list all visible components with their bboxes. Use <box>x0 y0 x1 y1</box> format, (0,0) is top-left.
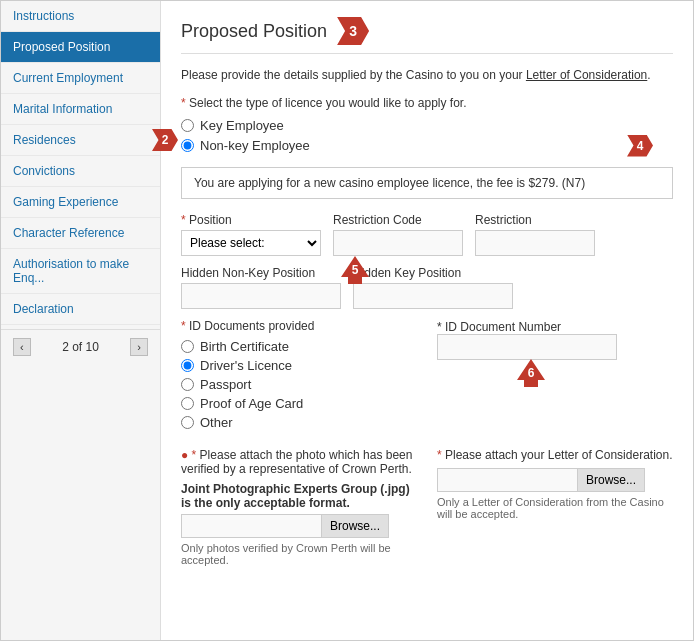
photo-browse-button[interactable]: Browse... <box>321 514 389 538</box>
birth-cert-label: Birth Certificate <box>200 339 289 354</box>
key-employee-label: Key Employee <box>200 118 284 133</box>
position-form-row: * Position Please select: Restriction Co… <box>181 213 673 256</box>
letter-browse-button[interactable]: Browse... <box>577 468 645 492</box>
hidden-key-group: Hidden Key Position <box>353 266 513 309</box>
hidden-nonkey-group: Hidden Non-Key Position <box>181 266 341 309</box>
attach-photo-label: ● * Please attach the photo which has be… <box>181 448 417 476</box>
hidden-positions-row: Hidden Non-Key Position Hidden Key Posit… <box>181 266 673 309</box>
restriction-label: Restriction <box>475 213 595 227</box>
attach-letter-group: * Please attach your Letter of Considera… <box>437 448 673 520</box>
nonkey-employee-radio[interactable] <box>181 139 194 152</box>
sidebar-item-authorisation[interactable]: Authorisation to make Enq... <box>1 249 160 294</box>
licence-type-label: * Select the type of licence you would l… <box>181 96 673 110</box>
birth-cert-row: Birth Certificate <box>181 339 417 354</box>
page-title-row: Proposed Position 3 <box>181 17 673 54</box>
fee-notice: You are applying for a new casino employ… <box>181 167 673 199</box>
annotation-arrow-6: 6 <box>517 359 545 387</box>
other-label: Other <box>200 415 233 430</box>
key-employee-row: Key Employee <box>181 118 673 133</box>
sidebar-item-proposed-position[interactable]: Proposed Position <box>1 32 160 63</box>
position-label: * Position <box>181 213 321 227</box>
id-number-label: * ID Document Number <box>437 320 561 334</box>
id-section: * ID Documents provided Birth Certificat… <box>181 319 673 434</box>
app-container: Instructions Proposed Position Current E… <box>0 0 694 641</box>
hidden-nonkey-label: Hidden Non-Key Position <box>181 266 341 280</box>
position-select[interactable]: Please select: <box>181 230 321 256</box>
letter-file-input[interactable] <box>437 468 577 492</box>
next-page-button[interactable]: › <box>130 338 148 356</box>
prev-page-button[interactable]: ‹ <box>13 338 31 356</box>
passport-row: Passport <box>181 377 417 392</box>
annotation-arrow-4: 4 <box>627 135 653 157</box>
letter-consideration-link: Letter of Consideration <box>526 68 647 82</box>
id-number-input[interactable] <box>437 334 617 360</box>
attach-section: ● * Please attach the photo which has be… <box>181 448 673 566</box>
drivers-licence-radio[interactable] <box>181 359 194 372</box>
main-content: Proposed Position 3 Please provide the d… <box>161 1 693 640</box>
sidebar-item-convictions[interactable]: Convictions <box>1 156 160 187</box>
birth-cert-radio[interactable] <box>181 340 194 353</box>
sidebar: Instructions Proposed Position Current E… <box>1 1 161 640</box>
nonkey-employee-row: Non-key Employee 4 <box>181 138 673 153</box>
id-docs-label: * ID Documents provided <box>181 319 417 333</box>
restriction-code-input[interactable] <box>333 230 463 256</box>
info-icon: ● <box>181 448 192 462</box>
hidden-nonkey-input[interactable] <box>181 283 341 309</box>
hidden-key-input[interactable] <box>353 283 513 309</box>
restriction-code-group: Restriction Code <box>333 213 463 256</box>
passport-label: Passport <box>200 377 251 392</box>
licence-type-radio-group: Key Employee Non-key Employee 4 <box>181 118 673 153</box>
page-title: Proposed Position <box>181 21 327 42</box>
photo-browse-row: Browse... <box>181 514 417 538</box>
sidebar-item-instructions[interactable]: Instructions <box>1 1 160 32</box>
info-paragraph: Please provide the details supplied by t… <box>181 68 673 82</box>
proof-age-row: Proof of Age Card <box>181 396 417 411</box>
letter-warning-note: Only a Letter of Consideration from the … <box>437 496 673 520</box>
attach-photo-format-note: Joint Photographic Experts Group (.jpg) … <box>181 482 417 510</box>
restriction-code-label: Restriction Code <box>333 213 463 227</box>
id-docs-col: * ID Documents provided Birth Certificat… <box>181 319 417 434</box>
sidebar-item-marital-information[interactable]: Marital Information <box>1 94 160 125</box>
nonkey-employee-label: Non-key Employee <box>200 138 310 153</box>
passport-radio[interactable] <box>181 378 194 391</box>
page-info: 2 of 10 <box>62 340 99 354</box>
sidebar-item-residences[interactable]: Residences 2 <box>1 125 160 156</box>
attach-photo-group: ● * Please attach the photo which has be… <box>181 448 417 566</box>
sidebar-item-declaration[interactable]: Declaration <box>1 294 160 325</box>
photo-warning-note: Only photos verified by Crown Perth will… <box>181 542 417 566</box>
drivers-licence-row: Driver's Licence <box>181 358 417 373</box>
id-number-col: * ID Document Number 6 <box>437 319 673 360</box>
other-row: Other <box>181 415 417 430</box>
id-number-group: * ID Document Number <box>437 319 673 360</box>
attach-letter-label: * Please attach your Letter of Considera… <box>437 448 673 462</box>
sidebar-item-gaming-experience[interactable]: Gaming Experience <box>1 187 160 218</box>
key-employee-radio[interactable] <box>181 119 194 132</box>
hidden-key-label: Hidden Key Position <box>353 266 513 280</box>
letter-browse-row: Browse... <box>437 468 673 492</box>
position-group: * Position Please select: <box>181 213 321 256</box>
other-radio[interactable] <box>181 416 194 429</box>
sidebar-item-character-reference[interactable]: Character Reference <box>1 218 160 249</box>
title-annotation-arrow-3: 3 <box>337 17 369 45</box>
restriction-group: Restriction <box>475 213 595 256</box>
drivers-licence-label: Driver's Licence <box>200 358 292 373</box>
sidebar-item-current-employment[interactable]: Current Employment <box>1 63 160 94</box>
restriction-input[interactable] <box>475 230 595 256</box>
sidebar-pagination: ‹ 2 of 10 › <box>1 329 160 364</box>
proof-age-label: Proof of Age Card <box>200 396 303 411</box>
photo-file-input[interactable] <box>181 514 321 538</box>
proof-age-radio[interactable] <box>181 397 194 410</box>
